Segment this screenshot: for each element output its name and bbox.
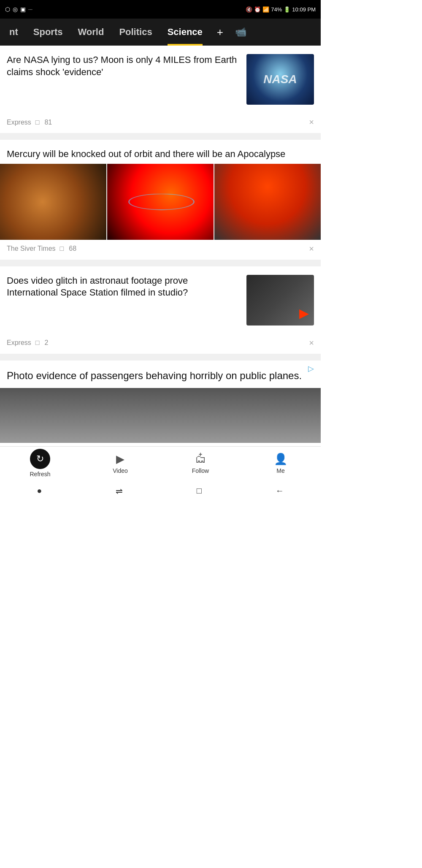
ad-card-1[interactable]: ▷ Photo evidence of passengers behaving …: [0, 361, 321, 443]
divider-2: [0, 263, 321, 266]
tab-sports[interactable]: Sports: [26, 19, 70, 46]
video-label: Video: [113, 467, 128, 474]
time-display: 10:09 PM: [292, 6, 316, 13]
article-2-comment-count: 68: [69, 245, 76, 252]
home-circle-button[interactable]: ●: [37, 486, 42, 496]
article-2-images: [0, 164, 321, 240]
article-1-image: [246, 54, 314, 105]
bottom-nav: ↻ Refresh ▶ Video 🗂 + Follow 👤 Me: [0, 446, 321, 480]
video-camera-icon: 📹: [235, 27, 246, 38]
tv-icon: ▣: [20, 6, 26, 13]
status-left-icons: ⬡ ◎ ▣ ···: [5, 6, 32, 13]
article-3-image: [246, 275, 314, 326]
refresh-icon: ↻: [30, 449, 50, 469]
comment-icon-1: □: [35, 119, 40, 126]
article-3-dismiss[interactable]: ×: [309, 338, 314, 348]
nav-me[interactable]: 👤 Me: [241, 453, 321, 474]
hexagon-icon: ⬡: [5, 6, 10, 13]
article-2-source: The Siver Times: [7, 245, 56, 252]
article-3-footer: Express □ 2 ×: [0, 334, 321, 354]
article-1-source: Express: [7, 119, 31, 126]
comment-icon-3: □: [35, 339, 40, 347]
system-nav: ● ⇌ □ ←: [0, 480, 321, 504]
me-icon: 👤: [274, 453, 287, 466]
article-2-image-orbit: [107, 164, 214, 240]
tab-science[interactable]: Science: [160, 19, 210, 46]
add-tab-button[interactable]: +: [210, 19, 230, 46]
article-3-source: Express: [7, 339, 31, 347]
alarm-icon: ⏰: [254, 6, 261, 13]
video-tab-button[interactable]: 📹: [230, 19, 252, 46]
comment-icon-2: □: [60, 245, 64, 252]
nav-follow[interactable]: 🗂 + Follow: [160, 453, 241, 474]
article-1-body: Are NASA lying to us? Moon is only 4 MIL…: [0, 46, 321, 113]
article-1-comment-count: 81: [44, 119, 52, 126]
wifi-icon: 📶: [262, 6, 269, 13]
refresh-label: Refresh: [30, 471, 50, 477]
content-area: Are NASA lying to us? Moon is only 4 MIL…: [0, 46, 321, 443]
follow-icon: 🗂 +: [195, 453, 206, 466]
ad-title: Photo evidence of passengers behaving ho…: [0, 361, 321, 388]
ad-badge: ▷: [308, 364, 314, 373]
article-card-1[interactable]: Are NASA lying to us? Moon is only 4 MIL…: [0, 46, 321, 133]
back-button[interactable]: ←: [276, 486, 284, 496]
article-1-title: Are NASA lying to us? Moon is only 4 MIL…: [7, 54, 241, 78]
overview-button[interactable]: □: [197, 486, 202, 496]
article-card-2[interactable]: Mercury will be knocked out of orbit and…: [0, 140, 321, 260]
nav-video[interactable]: ▶ Video: [80, 453, 160, 474]
status-bar: ⬡ ◎ ▣ ··· 🔇 ⏰ 📶 74% 🔋 10:09 PM: [0, 0, 321, 19]
status-right-icons: 🔇 ⏰ 📶 74% 🔋 10:09 PM: [246, 6, 316, 13]
article-2-header: Mercury will be knocked out of orbit and…: [0, 140, 321, 164]
tab-recent[interactable]: nt: [2, 19, 26, 46]
article-2-image-mercury: [0, 164, 107, 240]
ad-image: [0, 388, 321, 443]
article-1-footer: Express □ 81 ×: [0, 113, 321, 133]
tab-politics[interactable]: Politics: [111, 19, 160, 46]
article-2-footer: The Siver Times □ 68 ×: [0, 240, 321, 260]
video-icon: ▶: [116, 453, 124, 466]
ellipsis-icon: ···: [28, 6, 32, 12]
battery-text: 74%: [271, 6, 282, 13]
article-3-title: Does video glitch in astronaut footage p…: [7, 275, 241, 299]
mute-icon: 🔇: [246, 6, 252, 13]
article-2-dismiss[interactable]: ×: [309, 244, 314, 254]
nav-tabs: nt Sports World Politics Science + 📹: [0, 19, 321, 46]
divider-1: [0, 136, 321, 140]
divider-3: [0, 357, 321, 361]
article-1-dismiss[interactable]: ×: [309, 117, 314, 127]
article-3-body: Does video glitch in astronaut footage p…: [0, 266, 321, 334]
nav-refresh[interactable]: ↻ Refresh: [0, 449, 80, 477]
article-card-3[interactable]: Does video glitch in astronaut footage p…: [0, 266, 321, 354]
tab-world[interactable]: World: [70, 19, 111, 46]
instagram-icon: ◎: [13, 6, 18, 13]
follow-label: Follow: [192, 467, 209, 474]
article-2-title: Mercury will be knocked out of orbit and…: [7, 149, 285, 159]
battery-icon: 🔋: [284, 6, 290, 13]
me-label: Me: [276, 467, 284, 474]
article-3-comment-count: 2: [44, 339, 48, 347]
article-2-image-apocalypse: [214, 164, 321, 240]
recents-button[interactable]: ⇌: [116, 486, 123, 496]
